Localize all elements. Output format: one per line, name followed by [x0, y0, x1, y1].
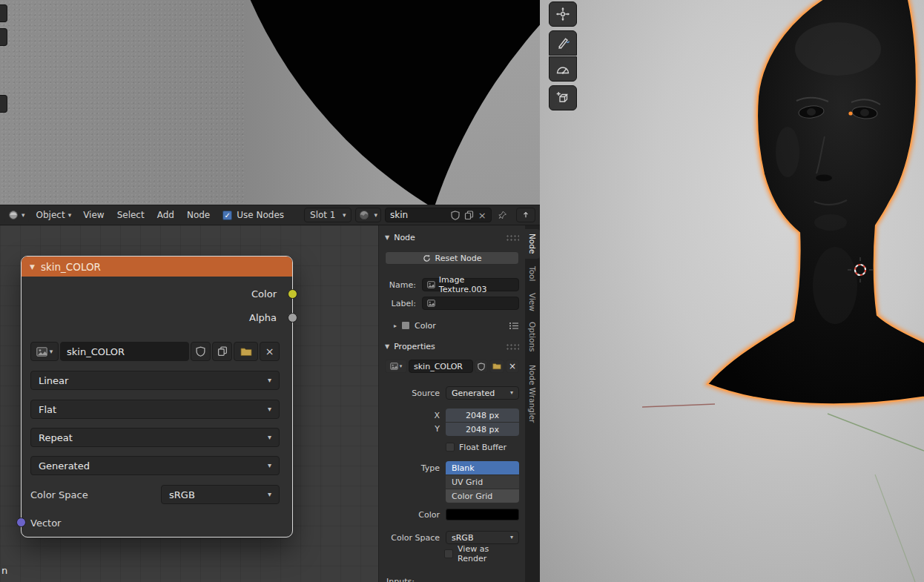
- gizmo-navigate-button[interactable]: [549, 1, 577, 27]
- size-x-field[interactable]: 2048 px: [446, 409, 519, 422]
- duplicate-button[interactable]: [212, 342, 232, 361]
- source-dropdown[interactable]: Generated ▾: [30, 456, 280, 475]
- chevron-down-icon: ▾: [510, 535, 513, 540]
- node-label-field[interactable]: [422, 297, 519, 310]
- use-nodes-checkbox[interactable]: ✓: [222, 211, 232, 220]
- texture-node-icon: [427, 281, 435, 288]
- image-browse-button[interactable]: ▾: [30, 342, 59, 361]
- close-icon: ×: [509, 361, 516, 371]
- slot-label: Slot 1: [310, 210, 335, 220]
- properties-panel-header[interactable]: ▼ Properties: [379, 339, 525, 354]
- color-space-value: sRGB: [169, 489, 195, 500]
- add-cube-button[interactable]: [549, 85, 577, 110]
- shield-icon: [196, 346, 205, 357]
- type-option-blank[interactable]: Blank: [446, 461, 519, 474]
- axis-y-line: [828, 414, 924, 451]
- list-icon[interactable]: [509, 322, 519, 330]
- tab-options[interactable]: Options: [525, 317, 540, 356]
- fake-user-shield-icon[interactable]: [451, 211, 460, 220]
- expand-icon[interactable]: ▸: [394, 323, 397, 329]
- image-datablock-icon: [359, 210, 369, 220]
- open-file-button[interactable]: [489, 360, 504, 373]
- interpolation-dropdown[interactable]: Linear ▾: [30, 371, 280, 390]
- measure-tool-button[interactable]: [549, 56, 577, 82]
- unlink-button[interactable]: ×: [260, 342, 280, 361]
- color-output-swatch[interactable]: [401, 321, 410, 330]
- type-label: Type: [385, 461, 446, 473]
- open-file-button[interactable]: [234, 342, 258, 361]
- image-name-field[interactable]: skin ×: [385, 208, 492, 222]
- tab-node-wrangler[interactable]: Node Wrangler: [525, 358, 540, 429]
- color-space-dropdown[interactable]: sRGB ▾: [446, 531, 519, 544]
- overlay-letter: n: [1, 565, 7, 576]
- float-buffer-checkbox[interactable]: [446, 443, 455, 452]
- view-as-render-checkbox[interactable]: [444, 549, 453, 558]
- menu-view[interactable]: View: [79, 210, 108, 220]
- output-color-socket[interactable]: [288, 289, 297, 299]
- chevron-down-icon: ▾: [268, 434, 271, 441]
- menu-select[interactable]: Select: [113, 210, 149, 220]
- panel-grip-icon[interactable]: [506, 234, 519, 241]
- cheek-sheen: [776, 127, 799, 177]
- editor-type-button[interactable]: ▾: [4, 208, 29, 222]
- edge-tool-button[interactable]: [0, 95, 7, 113]
- node-name-value: Image Texture.003: [439, 275, 514, 294]
- texture-backdrop-preview: [0, 0, 540, 205]
- type-option-uv-grid[interactable]: UV Grid: [446, 475, 519, 489]
- menu-add[interactable]: Add: [153, 210, 179, 220]
- inputs-section-label: Inputs:: [386, 577, 415, 582]
- pin-icon[interactable]: [498, 210, 506, 220]
- node-output-row: Color: [30, 284, 280, 303]
- node-collapse-icon[interactable]: ▼: [30, 263, 35, 271]
- chevron-down-icon: ▾: [400, 364, 403, 369]
- size-y-value: 2048 px: [466, 425, 499, 434]
- tab-node[interactable]: Node: [525, 229, 540, 259]
- image-browse-button[interactable]: ▾: [385, 360, 407, 373]
- input-vector-socket[interactable]: [16, 517, 26, 527]
- color-space-dropdown[interactable]: sRGB ▾: [161, 485, 280, 504]
- slot-dropdown[interactable]: Slot 1 ▾: [304, 208, 352, 222]
- output-alpha-label: Alpha: [249, 312, 277, 323]
- image-name-field[interactable]: skin_COLOR: [60, 342, 189, 361]
- projection-dropdown[interactable]: Flat ▾: [30, 400, 280, 419]
- unlink-button[interactable]: ×: [506, 360, 519, 373]
- annotate-tool-button[interactable]: [549, 30, 577, 56]
- duplicate-icon[interactable]: [464, 211, 474, 220]
- parent-tree-button[interactable]: [516, 208, 535, 222]
- image-name-field[interactable]: skin_COLOR: [409, 360, 473, 373]
- edge-tool-button[interactable]: [0, 4, 7, 22]
- chin-sheen: [814, 214, 847, 231]
- shield-icon: [478, 363, 485, 371]
- tab-view[interactable]: View: [525, 288, 540, 315]
- measure-protractor-icon: [555, 62, 570, 76]
- edge-tool-button[interactable]: [0, 28, 7, 46]
- fake-user-button[interactable]: [475, 360, 488, 373]
- unlink-close-icon[interactable]: ×: [478, 210, 486, 221]
- size-y-field[interactable]: 2048 px: [446, 423, 519, 436]
- output-color-label: Color: [251, 288, 277, 300]
- image-texture-node[interactable]: ▼ skin_COLOR Color Alpha ▾ skin_COLOR: [21, 256, 293, 538]
- close-icon: ×: [265, 345, 274, 357]
- backdrop-noise-texture: [0, 0, 245, 205]
- annotate-pencil-icon: [555, 36, 570, 50]
- type-option-color-grid[interactable]: Color Grid: [446, 489, 519, 503]
- source-value: Generated: [452, 388, 495, 398]
- viewport-3d[interactable]: [540, 0, 924, 582]
- panel-grip-icon[interactable]: [506, 343, 519, 350]
- color-swatch[interactable]: [446, 509, 519, 520]
- reset-node-button[interactable]: Reset Node: [385, 251, 519, 265]
- node-panel-header[interactable]: ▼ Node: [379, 230, 525, 245]
- use-nodes-toggle[interactable]: ✓ Use Nodes: [222, 210, 284, 220]
- chevron-down-icon: ▾: [68, 212, 72, 219]
- node-header[interactable]: ▼ skin_COLOR: [22, 257, 292, 277]
- node-name-field[interactable]: Image Texture.003: [422, 278, 519, 291]
- output-alpha-socket[interactable]: [288, 313, 297, 323]
- tab-tool[interactable]: Tool: [525, 261, 540, 286]
- source-dropdown[interactable]: Generated ▾: [446, 386, 519, 400]
- extension-dropdown[interactable]: Repeat ▾: [30, 428, 280, 447]
- shader-mode-dropdown[interactable]: Object ▾: [33, 208, 76, 222]
- fake-user-button[interactable]: [191, 342, 211, 361]
- image-browse-button[interactable]: ▾: [355, 208, 381, 222]
- tab-label: Options: [528, 322, 537, 352]
- menu-node[interactable]: Node: [182, 210, 214, 220]
